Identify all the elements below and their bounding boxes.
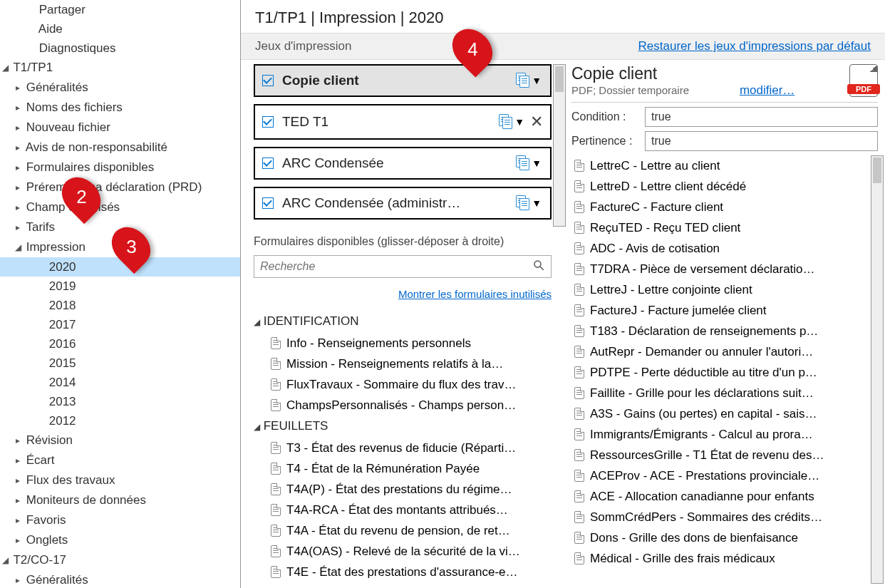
available-form-item[interactable]: ChampsPersonnalisés - Champs person… xyxy=(254,395,552,416)
selected-form-item[interactable]: T183 - Déclaration de renseignements p… xyxy=(571,321,884,341)
sidebar-item[interactable]: ▸ Révision xyxy=(0,430,240,450)
sidebar-item-label: Diagnostiques xyxy=(39,41,116,55)
copy-icon[interactable] xyxy=(516,195,532,211)
chevron-down-icon[interactable]: ▼ xyxy=(532,75,542,86)
checkbox-icon[interactable] xyxy=(262,75,274,86)
sidebar-item[interactable]: ▸ Flux des travaux xyxy=(0,470,240,490)
selected-form-item[interactable]: ADC - Avis de cotisation xyxy=(571,238,884,259)
sidebar-item[interactable]: ▸ Noms des fichiers xyxy=(0,98,240,118)
document-icon xyxy=(574,304,584,316)
document-icon xyxy=(271,358,281,370)
sidebar-item[interactable]: ▸ Champ onnalisés xyxy=(0,197,240,217)
sidebar-item[interactable]: 2015 xyxy=(0,354,240,373)
sidebar-item[interactable]: Aide xyxy=(0,19,240,38)
restore-defaults-link[interactable]: Restaurer les jeux d'impressions par déf… xyxy=(638,39,871,53)
selected-form-item[interactable]: ACEProv - ACE - Prestations provinciale… xyxy=(571,465,884,486)
sidebar-item[interactable]: ▸ Préremplir ma déclaration (PRD) xyxy=(0,177,240,197)
sidebar-item[interactable]: ▸ Écart xyxy=(0,450,240,470)
document-icon xyxy=(574,222,584,234)
sidebar-item[interactable]: ▸ Généralités xyxy=(0,570,240,588)
tree-arrow-icon: ▸ xyxy=(13,138,23,158)
modify-link[interactable]: modifier… xyxy=(740,83,795,97)
selected-form-item[interactable]: Médical - Grille des frais médicaux xyxy=(571,548,884,569)
sidebar-item[interactable]: ▸ Onglets xyxy=(0,530,240,550)
selected-form-item[interactable]: T7DRA - Pièce de versement déclaratio… xyxy=(571,259,884,279)
selected-form-item[interactable]: PDTPE - Perte déductible au titre d'un p… xyxy=(571,362,884,383)
sidebar-item[interactable]: ▸ Nouveau fichier xyxy=(0,118,240,138)
selected-form-item[interactable]: LettreJ - Lettre conjointe client xyxy=(571,279,884,300)
available-form-item[interactable]: T4A - État du revenu de pension, de ret… xyxy=(254,520,552,541)
form-item-label: ADC - Avis de cotisation xyxy=(590,238,720,259)
available-form-item[interactable]: T3 - État des revenus de fiducie (Répart… xyxy=(254,438,552,458)
chevron-down-icon[interactable]: ▼ xyxy=(532,197,542,209)
available-form-item[interactable]: T4A(P) - État des prestations du régime… xyxy=(254,479,552,500)
form-item-label: PDTPE - Perte déductible au titre d'un p… xyxy=(590,362,817,383)
close-icon[interactable]: ✕ xyxy=(530,113,543,131)
available-form-item[interactable]: Info - Renseignements personnels xyxy=(254,333,552,354)
sidebar-item[interactable]: 2014 xyxy=(0,373,240,392)
chevron-down-icon[interactable]: ▼ xyxy=(514,116,524,128)
selected-form-item[interactable]: FactureC - Facture client xyxy=(571,197,884,217)
forms-scrollbar[interactable] xyxy=(871,155,884,584)
sidebar-item[interactable]: ▸ Formulaires disponibles xyxy=(0,158,240,177)
sets-scrollbar[interactable] xyxy=(553,64,566,227)
selected-form-item[interactable]: LettreC - Lettre au client xyxy=(571,155,884,176)
available-form-item[interactable]: Mission - Renseignements relatifs à la… xyxy=(254,354,552,374)
selected-form-item[interactable]: SommCrédPers - Sommaires des crédits… xyxy=(571,507,884,527)
sidebar-item[interactable]: Diagnostiques xyxy=(0,38,240,58)
search-input[interactable] xyxy=(260,260,532,273)
available-form-item[interactable]: T4A(OAS) - Relevé de la sécurité de la v… xyxy=(254,541,552,562)
form-item-label: T4A-RCA - État des montants attribués… xyxy=(286,500,508,520)
sidebar-item[interactable]: 2016 xyxy=(0,334,240,354)
available-form-item[interactable]: T4E - État des prestations d'assurance-e… xyxy=(254,562,552,582)
sidebar-item[interactable]: ▸ Favoris xyxy=(0,510,240,530)
search-icon[interactable] xyxy=(532,259,545,274)
sidebar-item[interactable]: 2019 xyxy=(0,277,240,296)
available-form-item[interactable]: T4A-RCA - État des montants attribués… xyxy=(254,500,552,520)
selected-form-item[interactable]: ACE - Allocation canadianne pour enfants xyxy=(571,486,884,507)
sidebar-item[interactable]: 2018 xyxy=(0,296,240,315)
document-icon xyxy=(574,242,584,254)
sidebar-item-label: Impression xyxy=(26,240,86,254)
copy-icon[interactable] xyxy=(499,114,514,130)
page-title: T1/TP1 | Impression | 2020 xyxy=(241,0,885,33)
selected-form-item[interactable]: Faillite - Grille pour les déclarations … xyxy=(571,383,884,403)
available-form-item[interactable]: FluxTravaux - Sommaire du flux des trav… xyxy=(254,374,552,395)
pertinence-input[interactable] xyxy=(645,131,878,151)
document-icon xyxy=(574,180,584,192)
selected-form-item[interactable]: Immigrants/Émigrants - Calcul au prora… xyxy=(571,424,884,445)
print-set-item[interactable]: ARC Condensée (administr… ▼ xyxy=(254,187,552,220)
selected-form-item[interactable]: Dons - Grille des dons de bienfaisance xyxy=(571,527,884,548)
selected-form-item[interactable]: A3S - Gains (ou pertes) en capital - sai… xyxy=(571,403,884,424)
chevron-down-icon[interactable]: ▼ xyxy=(532,158,542,169)
sidebar-item[interactable]: ◢ T2/CO-17 xyxy=(0,550,240,570)
copy-icon[interactable] xyxy=(516,155,532,171)
sidebar-item[interactable]: ▸ Avis de non-responsabilité xyxy=(0,138,240,158)
sidebar-item[interactable]: ▸ Généralités xyxy=(0,78,240,98)
sidebar-item[interactable]: Partager xyxy=(0,0,240,19)
form-group-header[interactable]: ◢ IDENTIFICATION xyxy=(254,311,552,333)
print-set-item[interactable]: TED T1 ▼ ✕ xyxy=(254,104,552,140)
copy-icon[interactable] xyxy=(516,73,532,88)
condition-input[interactable] xyxy=(645,107,878,127)
checkbox-icon[interactable] xyxy=(262,116,274,128)
form-group-header[interactable]: ◢ FEUILLETS xyxy=(254,416,552,438)
available-form-item[interactable]: T4 - État de la Rémunération Payée xyxy=(254,458,552,479)
tree-arrow-icon: ▸ xyxy=(13,511,23,530)
selected-form-item[interactable]: FactureJ - Facture jumelée client xyxy=(571,300,884,321)
selected-form-item[interactable]: ReçuTED - Reçu TED client xyxy=(571,217,884,238)
sidebar-item[interactable]: ▸ Moniteurs de données xyxy=(0,490,240,510)
show-unused-link[interactable]: Montrer les formulaires inutilisés xyxy=(398,288,552,300)
checkbox-icon[interactable] xyxy=(262,197,274,209)
selected-form-item[interactable]: AutRepr - Demander ou annuler l'autori… xyxy=(571,341,884,362)
sidebar-item-label: 2012 xyxy=(49,414,76,428)
sidebar-item[interactable]: 2017 xyxy=(0,315,240,334)
print-set-item[interactable]: Copie client ▼ xyxy=(254,64,552,97)
selected-form-item[interactable]: LettreD - Lettre client décédé xyxy=(571,176,884,197)
print-set-item[interactable]: ARC Condensée ▼ xyxy=(254,147,552,180)
selected-form-item[interactable]: RessourcesGrille - T1 État de revenu des… xyxy=(571,445,884,465)
sidebar-item[interactable]: 2013 xyxy=(0,392,240,411)
sidebar-item[interactable]: 2012 xyxy=(0,411,240,430)
sidebar-item[interactable]: ◢ T1/TP1 xyxy=(0,58,240,78)
checkbox-icon[interactable] xyxy=(262,158,274,169)
